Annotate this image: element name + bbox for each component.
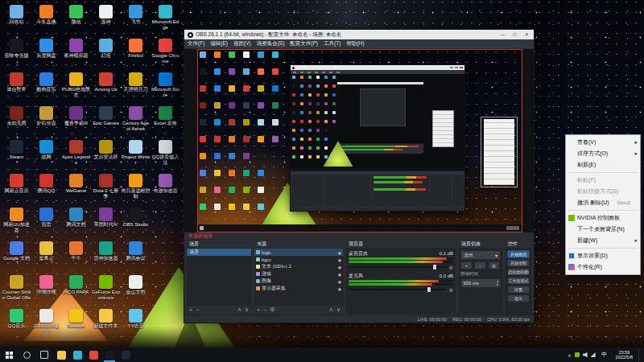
desktop-icon[interactable]: 金山文档 [121,274,151,307]
desktop-icon[interactable]: 千牛 [61,240,91,274]
context-menu-item[interactable]: 个性化(R) [566,261,640,273]
taskbar-app-button[interactable] [69,348,85,362]
desktop-icon[interactable]: 魔兽争霸III [61,105,91,138]
visibility-eye-icon[interactable]: ◉ [338,257,341,262]
context-menu-item[interactable]: 显示设置(D) [566,250,640,261]
desktop-icon[interactable]: 原神 [91,3,121,37]
desktop-icon[interactable]: 艾尔登法环 [91,138,121,172]
desktop-icon[interactable]: Among Us [91,71,121,105]
source-item[interactable]: 游戏 ◉ [254,270,343,278]
taskbar-app-button[interactable] [101,348,118,362]
scene-down-button[interactable]: ∨ [245,306,249,313]
desktop-icon[interactable]: 飞书 [121,3,151,37]
desktop-icon[interactable]: PICO PARK [61,274,91,307]
context-menu-item[interactable]: 撤消 删除(U) Ctrl+Z [566,197,640,208]
desktop-icon[interactable]: Dota 2 七赛季 [91,172,121,206]
desktop-icon[interactable]: QQ音乐 [2,307,31,341]
task-view-button[interactable] [35,348,53,362]
desktop-icon[interactable]: Steam [2,138,31,172]
desktop-icon[interactable]: 剪映专业版 [2,37,31,71]
desktop-icon[interactable]: OBS Studio [121,206,151,240]
source-item[interactable]: logo ◉ [254,249,343,256]
volume-icon[interactable] [583,352,588,357]
minimize-button[interactable]: ─ [497,30,509,39]
desktop-icon[interactable]: 斗鱼直播 [31,3,61,37]
show-desktop-button[interactable] [638,348,642,362]
taskbar-clock[interactable]: 23:59 2022/5/8 [613,350,635,360]
control-button[interactable]: 启动虚拟摄像机 [507,268,530,276]
desktop-icon[interactable]: Century Age of Ashes [121,105,151,138]
obs-menu-item[interactable]: 视图(V) [233,40,251,47]
desktop-icon[interactable]: WeGame [61,172,91,206]
context-menu-item[interactable] [568,248,638,249]
desktop-icon[interactable]: YY语音 [121,307,151,341]
desktop-icon[interactable]: 回收站 [2,3,31,37]
visibility-eye-icon[interactable]: ◉ [338,265,341,269]
desktop-icon[interactable]: 腾讯QQ [31,172,61,206]
desktop-icon[interactable]: Firefox [121,37,151,71]
control-button[interactable]: 工作室模式 [507,277,530,285]
desktop-icon[interactable]: Epic Games [91,105,121,138]
add-scene-button[interactable]: + [189,307,192,313]
desktop-icon[interactable]: 天涯明月刀 [121,71,151,105]
desktop-icon[interactable]: 百度网盘 [31,37,61,71]
obs-menu-item[interactable]: 工具(T) [324,40,341,47]
desktop-icon[interactable]: 战网 [31,138,61,172]
context-menu-item[interactable]: 排序方式(O) [566,148,640,159]
network-icon[interactable] [591,352,596,357]
volume-slider[interactable]: ⚙ [349,264,453,270]
scene-item[interactable]: 场景 [187,249,251,256]
desktop-icon[interactable]: GeForce Experience [91,274,121,307]
source-item[interactable]: bgm ◉ [254,256,343,263]
control-button[interactable]: 开始录制 [507,259,530,267]
visibility-eye-icon[interactable]: ◉ [338,272,341,277]
scene-up-button[interactable]: ∧ [237,306,242,313]
taskbar-app-button[interactable] [53,348,69,362]
obs-titlebar[interactable]: OBS 26.1.1 (64-bit, windows) - 配置文件: 未命名… [184,30,534,39]
desktop-icon[interactable]: 网易云音乐 [2,172,31,206]
desktop-icon[interactable]: Project Winter [121,138,151,172]
slider-knob[interactable] [427,287,431,292]
taskbar-app-button[interactable] [118,348,134,362]
spinner-arrows-icon[interactable]: ▴▾ [497,280,498,286]
desktop-icon[interactable]: Release [61,307,91,341]
transition-select[interactable]: 淡出 ▾ [460,250,501,260]
desktop-icon[interactable]: 网易UU加速器 [2,206,31,240]
desktop-icon[interactable]: 坚果云 [31,240,61,274]
desktop-icon[interactable]: Apex Legends [61,138,91,172]
desktop-icon[interactable]: Google Chrome [151,37,180,71]
desktop-icon[interactable]: 迅雷 [31,206,61,240]
context-menu-item[interactable]: 新建(W) [566,235,640,246]
close-button[interactable]: × [521,30,533,39]
context-menu-item[interactable]: 粘贴快捷方式(S) [566,186,640,197]
obs-menu-item[interactable]: 文件(F) [188,40,204,47]
slider-knob[interactable] [433,265,436,269]
desktop-icon[interactable]: 腾讯文档 [61,206,91,240]
desktop-icon[interactable]: 诛仙世界 [2,71,31,105]
desktop-icon[interactable]: 酷狗音乐 [31,71,61,105]
obs-menu-item[interactable]: 配置文件(P) [290,40,318,47]
channel-settings-icon[interactable]: ⚙ [449,265,453,270]
source-item[interactable]: 显示器采集 ◉ [254,285,343,292]
desktop-icon[interactable]: Excel 表格 [151,105,180,138]
desktop-icon[interactable]: 夜神模拟器 [61,37,91,71]
desktop-icon[interactable]: Counter-Strike Global Offensive [2,274,31,307]
context-menu-item[interactable] [568,210,638,211]
add-source-button[interactable]: + [257,307,260,313]
obs-menu-item[interactable]: 帮助(H) [346,40,364,47]
visibility-eye-icon[interactable]: ◉ [338,286,341,291]
desktop-icon[interactable]: 帝国时代IV [91,206,121,240]
context-menu-item[interactable]: 查看(V) [566,137,640,148]
desktop-icon[interactable]: 哔哩哔哩 [31,274,61,307]
desktop-icon[interactable]: 永劫无间 [2,105,31,138]
context-menu-item[interactable]: NVIDIA 控制面板 [566,212,640,224]
desktop-icon[interactable]: Microsoft Store [151,71,180,105]
transition-properties-button[interactable]: ⚙ [488,261,500,269]
desktop-icon[interactable]: 微信 [61,3,91,37]
maximize-button[interactable]: □ [509,30,521,39]
source-up-button[interactable]: ∧ [329,306,333,313]
obs-preview-canvas[interactable] [184,49,534,232]
add-transition-button[interactable]: + [460,261,473,269]
source-down-button[interactable]: ∨ [336,306,341,313]
source-item[interactable]: 文本 (GDI+) 2 ◉ [254,263,343,270]
